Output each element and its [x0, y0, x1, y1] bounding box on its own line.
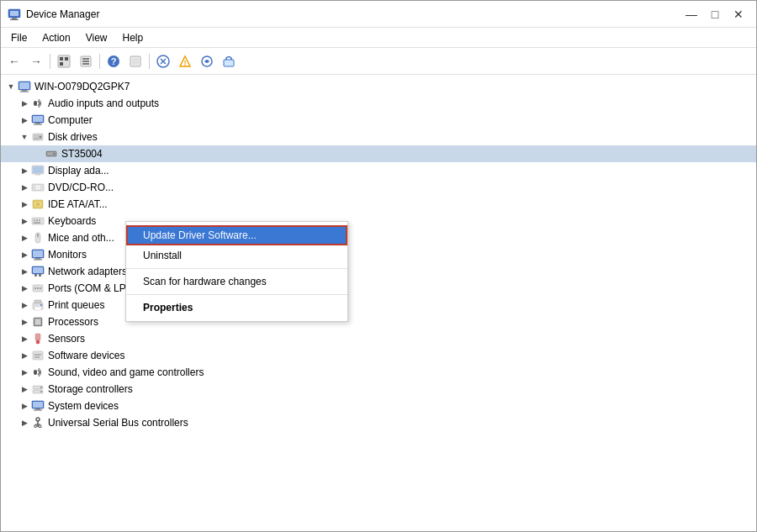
network-expand-arrow[interactable]: ▶ [18, 265, 31, 278]
context-separator-2 [126, 294, 347, 295]
svg-rect-29 [33, 116, 43, 122]
tree-item-usb[interactable]: ▶ Universal Serial Bus controllers [1, 414, 756, 431]
svg-rect-5 [60, 57, 63, 61]
dvd-label: DVD/CD-RO... [48, 182, 114, 193]
keyboard-expand-arrow[interactable]: ▶ [18, 214, 31, 228]
hdd-icon [45, 147, 58, 161]
svg-point-87 [40, 387, 42, 388]
tree-item-system[interactable]: ▶ System devices [1, 398, 756, 414]
maximize-button[interactable]: □ [704, 6, 726, 23]
ide-icon [31, 198, 45, 211]
mouse-icon [31, 231, 45, 245]
svg-rect-91 [35, 408, 40, 410]
toolbar-btn-1[interactable] [54, 51, 74, 71]
tree-item-sensors[interactable]: ▶ Sensors [1, 330, 756, 347]
tree-item-storage[interactable]: ▶ Storage controllers [1, 381, 756, 398]
toolbar-btn-4[interactable] [125, 51, 146, 71]
svg-rect-7 [60, 62, 63, 66]
ports-expand-arrow[interactable]: ▶ [18, 282, 31, 295]
toolbar-btn-2[interactable] [76, 51, 96, 71]
tree-item-print[interactable]: ▶ Print queues [1, 297, 756, 313]
system-expand-arrow[interactable]: ▶ [18, 399, 31, 413]
svg-rect-97 [39, 425, 41, 428]
tree-item-st35004[interactable]: ST35004 [1, 145, 756, 162]
toolbar-separator-3 [149, 54, 150, 69]
software-expand-arrow[interactable]: ▶ [18, 349, 31, 362]
svg-point-70 [40, 287, 41, 289]
tree-item-software[interactable]: ▶ Software devices [1, 347, 756, 364]
tree-item-network[interactable]: ▶ Network adapters [1, 263, 756, 280]
sensors-expand-arrow[interactable]: ▶ [18, 332, 31, 345]
audio-expand-arrow[interactable]: ▶ [18, 97, 31, 110]
tree-item-monitors[interactable]: ▶ Monitors [1, 246, 756, 263]
system-icon [31, 399, 45, 413]
minimize-button[interactable]: — [680, 6, 702, 23]
context-properties[interactable]: Properties [126, 298, 347, 318]
title-bar-left: Device Manager [8, 8, 99, 21]
tree-root[interactable]: ▼ WIN-O079DQ2GPK7 [1, 78, 756, 95]
svg-point-69 [37, 287, 39, 289]
forward-button[interactable]: → [26, 51, 46, 71]
print-expand-arrow[interactable]: ▶ [18, 298, 31, 312]
sound-expand-arrow[interactable]: ▶ [18, 366, 31, 379]
context-uninstall[interactable]: Uninstall [126, 245, 347, 266]
context-update-driver[interactable]: Update Driver Software... [126, 225, 347, 245]
mice-expand-arrow[interactable]: ▶ [18, 231, 31, 245]
svg-rect-52 [39, 219, 40, 221]
proc-expand-arrow[interactable]: ▶ [18, 315, 31, 329]
monitors-expand-arrow[interactable]: ▶ [18, 248, 31, 261]
toolbar-btn-6[interactable]: ! [175, 51, 195, 71]
menu-file[interactable]: File [4, 30, 34, 45]
svg-point-80 [36, 340, 40, 344]
back-button[interactable]: ← [4, 51, 24, 71]
svg-rect-31 [34, 124, 42, 125]
svg-text:!: ! [184, 59, 187, 67]
toolbar-separator-2 [99, 54, 100, 69]
tree-item-dvd[interactable]: ▶ DVD/CD-RO... [1, 179, 756, 196]
svg-point-88 [40, 391, 42, 392]
network-label: Network adapters [48, 266, 127, 277]
storage-label: Storage controllers [48, 383, 133, 395]
tree-item-audio[interactable]: ▶ Audio inputs and outputs [1, 95, 756, 112]
tree-item-ide[interactable]: ▶ IDE ATA/AT... [1, 196, 756, 213]
root-expand-arrow[interactable]: ▼ [4, 80, 18, 93]
computer-icon [18, 80, 31, 93]
tree-item-keyboards[interactable]: ▶ Keyboards [1, 213, 756, 229]
tree-item-processors[interactable]: ▶ Processors [1, 313, 756, 330]
toolbar-btn-5[interactable] [153, 51, 173, 71]
disk-expand-arrow[interactable]: ▼ [18, 130, 31, 144]
monitors-label: Monitors [48, 249, 87, 261]
svg-rect-40 [33, 166, 43, 173]
tree-item-mice[interactable]: ▶ Mice and oth... [1, 229, 756, 246]
help-button[interactable]: ? [103, 51, 124, 71]
usb-expand-arrow[interactable]: ▶ [18, 416, 31, 429]
ide-expand-arrow[interactable]: ▶ [18, 198, 31, 211]
svg-rect-50 [34, 219, 35, 221]
svg-rect-60 [34, 260, 42, 261]
tree-item-disk[interactable]: ▼ Disk drives [1, 129, 756, 145]
storage-expand-arrow[interactable]: ▶ [18, 382, 31, 396]
tree-item-computer[interactable]: ▶ Computer [1, 112, 756, 129]
tree-item-ports[interactable]: ▶ Ports (COM & LPT) [1, 280, 756, 297]
keyboards-label: Keyboards [48, 215, 96, 227]
svg-point-56 [37, 234, 39, 236]
toolbar-btn-7[interactable] [197, 51, 217, 71]
menu-action[interactable]: Action [35, 30, 77, 45]
dvd-expand-arrow[interactable]: ▶ [18, 181, 31, 194]
svg-rect-2 [12, 18, 17, 19]
close-button[interactable]: ✕ [728, 6, 749, 23]
display-expand-arrow[interactable]: ▶ [18, 164, 31, 177]
toolbar-btn-8[interactable] [219, 51, 239, 71]
display-icon [31, 164, 45, 177]
processors-label: Processors [48, 316, 98, 328]
menu-view[interactable]: View [79, 30, 114, 45]
tree-item-display[interactable]: ▶ Display ada... [1, 162, 756, 179]
computer-expand-arrow[interactable]: ▶ [18, 113, 31, 127]
sound-icon [31, 366, 45, 379]
svg-rect-59 [35, 258, 40, 260]
svg-rect-15 [132, 58, 139, 65]
context-scan-hardware[interactable]: Scan for hardware changes [126, 271, 347, 292]
monitor-icon [31, 248, 45, 261]
menu-help[interactable]: Help [116, 30, 151, 45]
tree-item-sound[interactable]: ▶ Sound, video and game controllers [1, 364, 756, 381]
